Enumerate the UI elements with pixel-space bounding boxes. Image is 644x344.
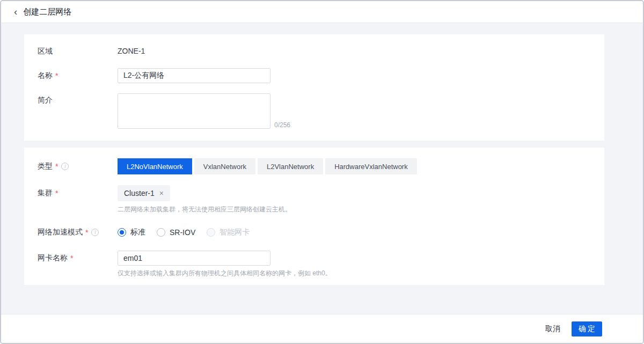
- name-label: 名称: [38, 71, 53, 80]
- radio-standard-label: 标准: [130, 228, 145, 237]
- char-counter: 0/256: [274, 121, 290, 129]
- accel-mode-label-wrap: 网络加速模式*i: [24, 228, 118, 237]
- radio-standard[interactable]: 标准: [118, 228, 145, 237]
- zone-row: 区域 ZONE-1: [24, 46, 604, 56]
- required-mark: *: [70, 254, 73, 262]
- description-label: 简介: [38, 94, 53, 105]
- required-mark: *: [55, 162, 58, 171]
- nic-name-row: 网卡名称* 仅支持选择或输入集群内所有物理机之间具体相同名称的网卡，例如 eth…: [24, 251, 604, 277]
- zone-label-wrap: 区域: [24, 46, 118, 56]
- accel-mode-row: 网络加速模式*i 标准 SR-IOV: [24, 228, 604, 237]
- accel-mode-label: 网络加速模式: [38, 228, 83, 237]
- required-mark: *: [55, 189, 58, 197]
- radio-smartnic-label: 智能网卡: [219, 228, 250, 237]
- cluster-hint: 二层网络未加载集群，将无法使用相应三层网络创建云主机。: [118, 206, 604, 213]
- cancel-button[interactable]: 取消: [541, 322, 565, 336]
- type-option-l2novlannetwork[interactable]: L2NoVlanNetwork: [118, 158, 192, 174]
- radio-selected-icon[interactable]: [118, 228, 126, 237]
- type-label: 类型: [38, 162, 53, 171]
- ok-button[interactable]: 确定: [572, 321, 602, 336]
- close-icon[interactable]: ×: [159, 189, 164, 197]
- create-l2-network-page: ‹ 创建二层网络 区域 ZONE-1 名称*: [0, 0, 644, 344]
- name-row: 名称*: [24, 68, 604, 83]
- info-icon: i: [91, 229, 99, 236]
- type-segments: L2NoVlanNetwork VxlanNetwork L2VlanNetwo…: [118, 158, 604, 174]
- cluster-tag[interactable]: Cluster-1 ×: [118, 185, 170, 201]
- cluster-label-wrap: 集群*: [24, 185, 118, 201]
- description-label-wrap: 简介: [24, 93, 118, 105]
- back-icon[interactable]: ‹: [14, 6, 17, 17]
- info-icon: i: [61, 163, 69, 170]
- radio-unselected-icon[interactable]: [157, 228, 165, 237]
- type-option-hardwarevxlannetwork[interactable]: HardwareVxlanNetwork: [325, 158, 417, 174]
- required-mark: *: [55, 71, 58, 80]
- form-content: 区域 ZONE-1 名称* 简介: [1, 23, 643, 314]
- page-header: ‹ 创建二层网络: [1, 1, 643, 23]
- type-option-l2vlannetwork[interactable]: L2VlanNetwork: [258, 158, 323, 174]
- description-row: 简介 0/256: [24, 93, 604, 129]
- type-row: 类型*i L2NoVlanNetwork VxlanNetwork L2Vlan…: [24, 158, 604, 174]
- radio-smartnic: 智能网卡: [207, 228, 250, 237]
- cluster-row: 集群* Cluster-1 × 二层网络未加载集群，将无法使用相应三层网络创建云…: [24, 185, 604, 213]
- nic-name-label: 网卡名称: [38, 253, 68, 263]
- zone-label: 区域: [38, 46, 53, 56]
- cluster-tag-label: Cluster-1: [124, 189, 155, 197]
- nic-name-input[interactable]: [118, 251, 270, 266]
- cluster-label: 集群: [38, 188, 53, 198]
- page-footer: 取消 确定: [1, 314, 643, 343]
- description-textarea[interactable]: [118, 93, 270, 129]
- network-config-card: 类型*i L2NoVlanNetwork VxlanNetwork L2Vlan…: [24, 148, 604, 285]
- page-title: 创建二层网络: [23, 7, 71, 17]
- nic-name-label-wrap: 网卡名称*: [24, 251, 118, 266]
- name-label-wrap: 名称*: [24, 68, 118, 83]
- type-label-wrap: 类型*i: [24, 158, 118, 174]
- nic-name-hint: 仅支持选择或输入集群内所有物理机之间具体相同名称的网卡，例如 eth0。: [118, 269, 604, 277]
- radio-sriov[interactable]: SR-IOV: [157, 228, 195, 237]
- name-input[interactable]: [118, 68, 270, 83]
- basic-info-card: 区域 ZONE-1 名称* 简介: [24, 34, 604, 141]
- required-mark: *: [85, 228, 88, 237]
- accel-mode-radio-group: 标准 SR-IOV 智能网卡: [118, 228, 604, 237]
- type-option-vxlannetwork[interactable]: VxlanNetwork: [194, 158, 255, 174]
- radio-disabled-icon: [207, 228, 215, 237]
- radio-sriov-label: SR-IOV: [170, 228, 195, 237]
- zone-value: ZONE-1: [118, 47, 145, 55]
